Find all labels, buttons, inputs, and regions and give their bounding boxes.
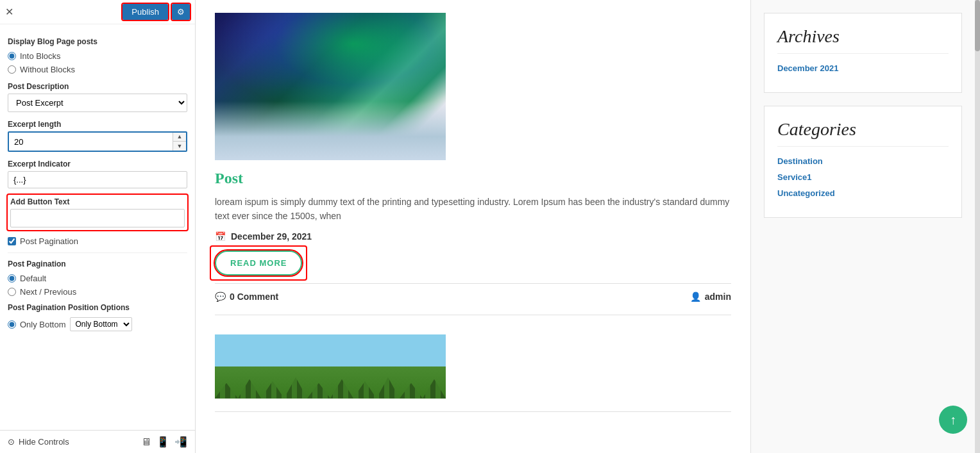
desktop-view-button[interactable]: 🖥 xyxy=(141,436,151,448)
into-blocks-label: Into Blocks xyxy=(20,51,61,61)
post-card-2 xyxy=(215,334,731,412)
post-1-author: 👤 admin xyxy=(690,292,731,302)
post-description-select[interactable]: Post Excerpt Full Content None xyxy=(8,94,187,112)
archives-title: Archives xyxy=(777,26,949,54)
excerpt-length-input-wrap: ▲ ▼ xyxy=(8,131,187,152)
category-destination-link[interactable]: Destination xyxy=(777,156,949,166)
hide-controls-label: Hide Controls xyxy=(19,437,69,447)
scroll-up-button[interactable]: ↑ xyxy=(939,406,967,434)
categories-title: Categories xyxy=(777,119,949,147)
post-pagination-checkbox-item[interactable]: Post Pagination xyxy=(8,236,187,246)
display-radio-group: Into Blocks Without Blocks xyxy=(8,51,187,74)
calendar-icon: 📅 xyxy=(215,231,226,242)
pagination-radio-group: Default Next / Previous xyxy=(8,274,187,297)
archives-widget: Archives December 2021 xyxy=(764,13,962,93)
excerpt-indicator-input[interactable] xyxy=(8,171,187,188)
default-pagination-label: Default xyxy=(20,274,46,283)
archives-december-link[interactable]: December 2021 xyxy=(777,63,949,73)
publish-button[interactable]: Publish xyxy=(122,4,168,20)
next-previous-pagination-label: Next / Previous xyxy=(20,287,76,297)
panel-header: ✕ Publish ⚙ xyxy=(0,0,195,24)
display-section-title: Display Blog Page posts xyxy=(8,37,187,46)
without-blocks-label: Without Blocks xyxy=(20,65,75,74)
window-scrollbar[interactable] xyxy=(975,0,980,453)
left-panel: ✕ Publish ⚙ Display Blog Page posts Into… xyxy=(0,0,196,453)
toggle-icon: ⊙ xyxy=(8,437,15,447)
hide-controls-button[interactable]: ⊙ Hide Controls xyxy=(8,437,69,447)
up-arrow-icon: ↑ xyxy=(950,413,956,427)
post-pagination-checkbox[interactable] xyxy=(8,237,16,245)
post-1-footer: 💬 0 Comment 👤 admin xyxy=(215,283,731,302)
comment-icon: 💬 xyxy=(215,292,226,302)
excerpt-indicator-label: Excerpt Indicator xyxy=(8,160,187,169)
excerpt-spinners: ▲ ▼ xyxy=(173,133,186,151)
into-blocks-radio[interactable] xyxy=(8,52,16,60)
excerpt-decrement-button[interactable]: ▼ xyxy=(173,142,186,151)
post-1-excerpt: loream ispum is simply dummy text of the… xyxy=(215,195,731,224)
only-bottom-radio[interactable] xyxy=(8,320,16,329)
category-uncategorized-link[interactable]: Uncategorized xyxy=(777,188,949,198)
post-1-comment-count: 0 Comment xyxy=(230,292,278,302)
pagination-position-title: Post Pagination Position Options xyxy=(8,303,187,312)
read-more-button-1[interactable]: READ MORE xyxy=(215,251,302,276)
add-button-text-section: Add Button Text READ MORE xyxy=(8,195,187,230)
only-bottom-option[interactable]: Only Bottom xyxy=(8,320,66,329)
post-1-image xyxy=(215,13,446,160)
mobile-view-button[interactable]: 📲 xyxy=(174,436,187,448)
view-icons-group: 🖥 📱 📲 xyxy=(141,436,187,448)
excerpt-increment-button[interactable]: ▲ xyxy=(173,133,186,142)
post-1-title: Post xyxy=(215,170,731,187)
add-button-text-input[interactable]: READ MORE xyxy=(10,209,185,227)
categories-widget: Categories Destination Service1 Uncatego… xyxy=(764,106,962,218)
post-pagination-checkbox-label: Post Pagination xyxy=(20,236,78,246)
panel-body: Display Blog Page posts Into Blocks With… xyxy=(0,24,195,430)
scrollbar-thumb[interactable] xyxy=(975,0,980,51)
post-1-author-name: admin xyxy=(705,292,731,302)
settings-button[interactable]: ⚙ xyxy=(172,4,190,20)
next-previous-pagination-radio[interactable] xyxy=(8,288,16,296)
pagination-position-select[interactable]: Only Bottom Only Top Both xyxy=(70,317,132,331)
excerpt-length-input[interactable] xyxy=(9,133,173,151)
tablet-view-button[interactable]: 📱 xyxy=(156,436,169,448)
default-pagination-radio[interactable] xyxy=(8,274,16,283)
main-content: Post loream ispum is simply dummy text o… xyxy=(196,0,750,453)
post-pagination-section-title: Post Pagination xyxy=(8,259,187,268)
panel-footer: ⊙ Hide Controls 🖥 📱 📲 xyxy=(0,430,195,453)
next-previous-pagination-option[interactable]: Next / Previous xyxy=(8,287,187,297)
right-sidebar: Archives December 2021 Categories Destin… xyxy=(750,0,975,453)
post-1-date: 📅 December 29, 2021 xyxy=(215,231,731,242)
category-service1-link[interactable]: Service1 xyxy=(777,172,949,182)
close-button[interactable]: ✕ xyxy=(5,6,13,18)
default-pagination-option[interactable]: Default xyxy=(8,274,187,283)
user-icon: 👤 xyxy=(690,292,701,302)
post-description-label: Post Description xyxy=(8,82,187,91)
excerpt-length-label: Excerpt length xyxy=(8,120,187,129)
post-card-1: Post loream ispum is simply dummy text o… xyxy=(215,13,731,315)
add-button-text-label: Add Button Text xyxy=(10,197,185,206)
post-2-image xyxy=(215,334,446,399)
post-1-comments: 💬 0 Comment xyxy=(215,292,278,302)
only-bottom-label: Only Bottom xyxy=(20,320,66,329)
into-blocks-option[interactable]: Into Blocks xyxy=(8,51,187,61)
without-blocks-radio[interactable] xyxy=(8,65,16,74)
without-blocks-option[interactable]: Without Blocks xyxy=(8,65,187,74)
